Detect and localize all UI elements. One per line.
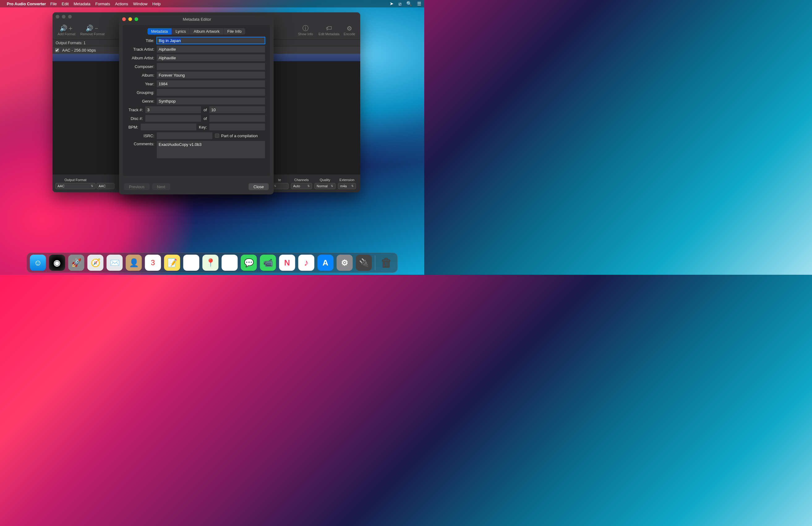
- extension-value: m4a: [340, 184, 347, 188]
- dock-app-mail[interactable]: ✉️: [107, 255, 123, 271]
- dock-app-facetime[interactable]: 📹: [260, 255, 276, 271]
- previous-button[interactable]: Previous: [124, 183, 150, 190]
- menu-formats[interactable]: Formats: [95, 2, 110, 6]
- key-input[interactable]: [209, 124, 265, 131]
- editor-tabbar: Metadata Lyrics Album Artwork File Info: [128, 28, 265, 35]
- menu-file[interactable]: File: [50, 2, 57, 6]
- dock-app-maps[interactable]: 📍: [203, 255, 219, 271]
- disc-number-label: Disc #:: [128, 116, 143, 121]
- comments-label: Comments:: [128, 141, 154, 146]
- remove-format-label: Remove Format: [81, 32, 105, 36]
- codec-select[interactable]: AAC: [97, 183, 114, 189]
- dock-separator: [375, 255, 375, 270]
- tab-file-info[interactable]: File Info: [223, 28, 245, 35]
- edit-metadata-label: Edit Metadata: [319, 32, 339, 36]
- dock-app-finder[interactable]: ☺: [30, 255, 46, 271]
- info-icon: ⓘ: [302, 25, 309, 32]
- extension-label: Extension: [339, 178, 354, 182]
- bpm-input[interactable]: [141, 124, 197, 131]
- dock-app-contacts[interactable]: 👤: [126, 255, 142, 271]
- chevron-updown-icon: ⇅: [331, 184, 333, 187]
- genre-input[interactable]: [157, 97, 265, 104]
- menu-help[interactable]: Help: [153, 2, 161, 6]
- chevron-updown-icon: ⇅: [307, 184, 310, 187]
- album-input[interactable]: [157, 72, 265, 78]
- track-number-label: Track #:: [128, 107, 143, 112]
- dock-app-messages[interactable]: 💬: [241, 255, 257, 271]
- tab-album-artwork[interactable]: Album Artwork: [190, 28, 223, 35]
- compilation-checkbox-wrap[interactable]: Part of a compilation: [215, 134, 258, 138]
- dock-app-settings[interactable]: ⚙: [337, 255, 353, 271]
- editor-titlebar: Metadata Editor: [119, 15, 274, 23]
- year-label: Year:: [128, 81, 154, 86]
- dock-app-appstore[interactable]: A: [318, 255, 334, 271]
- grouping-label: Grouping:: [128, 90, 154, 95]
- title-input[interactable]: [157, 37, 265, 44]
- show-info-button[interactable]: ⓘ Show Info: [295, 25, 316, 36]
- composer-label: Composer:: [128, 64, 154, 69]
- dock-app-launchpad[interactable]: 🚀: [68, 255, 84, 271]
- output-format-label: Output Format: [64, 178, 87, 182]
- spotlight-icon[interactable]: 🔍: [406, 1, 412, 6]
- quality-select[interactable]: Normal ⇅: [315, 183, 335, 189]
- disc-number-input[interactable]: [145, 115, 201, 122]
- encode-button[interactable]: ⚙ Encode: [342, 25, 357, 36]
- tab-lyrics[interactable]: Lyrics: [172, 28, 190, 35]
- control-center-icon[interactable]: ☰: [417, 1, 421, 6]
- tab-metadata[interactable]: Metadata: [147, 28, 172, 35]
- bpm-label: BPM:: [128, 125, 138, 130]
- year-input[interactable]: [157, 80, 265, 87]
- editor-window-title: Metadata Editor: [124, 17, 271, 21]
- quality-value: Normal: [317, 184, 328, 188]
- album-artist-label: Album Artist:: [128, 56, 154, 60]
- dock-app-safari[interactable]: 🧭: [87, 255, 104, 271]
- chevron-updown-icon: ⇅: [351, 184, 354, 187]
- output-format-select[interactable]: AAC ⇅: [55, 183, 96, 189]
- cursor-icon[interactable]: ➤: [390, 1, 394, 6]
- dock-app-siri[interactable]: ◉: [49, 255, 65, 271]
- grouping-input[interactable]: [157, 89, 265, 96]
- dock-app-plug[interactable]: 🔌: [356, 255, 372, 271]
- track-artist-label: Track Artist:: [128, 47, 154, 51]
- chevron-updown-icon: ⇅: [91, 184, 93, 187]
- close-button[interactable]: Close: [249, 183, 269, 190]
- comments-input[interactable]: [157, 141, 265, 158]
- add-format-label: Add Format: [58, 32, 75, 36]
- dock-app-calendar[interactable]: 3: [145, 255, 161, 271]
- format-row-label: AAC - 256.00 kbps: [62, 48, 96, 52]
- add-format-button[interactable]: 🔊＋ Add Format: [56, 25, 77, 36]
- genre-label: Genre:: [128, 99, 154, 104]
- screen-mirror-icon[interactable]: ⎚: [398, 1, 401, 6]
- speaker-plus-icon: 🔊＋: [60, 25, 74, 32]
- menu-edit[interactable]: Edit: [62, 2, 69, 6]
- speaker-minus-icon: 🔊－: [86, 25, 100, 32]
- menu-metadata[interactable]: Metadata: [74, 2, 90, 6]
- dock-trash-icon[interactable]: 🗑: [378, 255, 394, 271]
- channels-value: Auto: [293, 184, 300, 188]
- format-checkbox[interactable]: [55, 48, 59, 52]
- disc-total-input[interactable]: [209, 115, 265, 122]
- menu-actions[interactable]: Actions: [115, 2, 128, 6]
- menubar: Pro Audio Converter File Edit Metadata F…: [0, 0, 424, 7]
- dock-app-photos[interactable]: ❋: [222, 255, 238, 271]
- menu-window[interactable]: Window: [133, 2, 147, 6]
- album-artist-input[interactable]: [157, 55, 265, 61]
- dock-app-music[interactable]: ♪: [299, 255, 315, 271]
- composer-input[interactable]: [157, 63, 265, 70]
- title-label: Title:: [128, 38, 154, 43]
- dock-app-notes[interactable]: 📝: [164, 255, 180, 271]
- track-artist-input[interactable]: [157, 46, 265, 52]
- remove-format-button[interactable]: 🔊－ Remove Format: [78, 25, 106, 36]
- edit-metadata-button[interactable]: 🏷 Edit Metadata: [316, 25, 342, 36]
- app-name[interactable]: Pro Audio Converter: [7, 2, 46, 6]
- compilation-checkbox[interactable]: [215, 134, 219, 138]
- next-button[interactable]: Next: [152, 183, 170, 190]
- track-total-input[interactable]: [209, 106, 265, 113]
- dock-app-news[interactable]: N: [279, 255, 295, 271]
- extension-select[interactable]: m4a ⇅: [338, 183, 356, 189]
- dock-app-reminders[interactable]: ☰: [183, 255, 200, 271]
- disc-of-label: of: [203, 116, 207, 121]
- track-number-input[interactable]: [145, 106, 201, 113]
- channels-select[interactable]: Auto ⇅: [291, 183, 312, 189]
- isrc-input[interactable]: [157, 132, 213, 139]
